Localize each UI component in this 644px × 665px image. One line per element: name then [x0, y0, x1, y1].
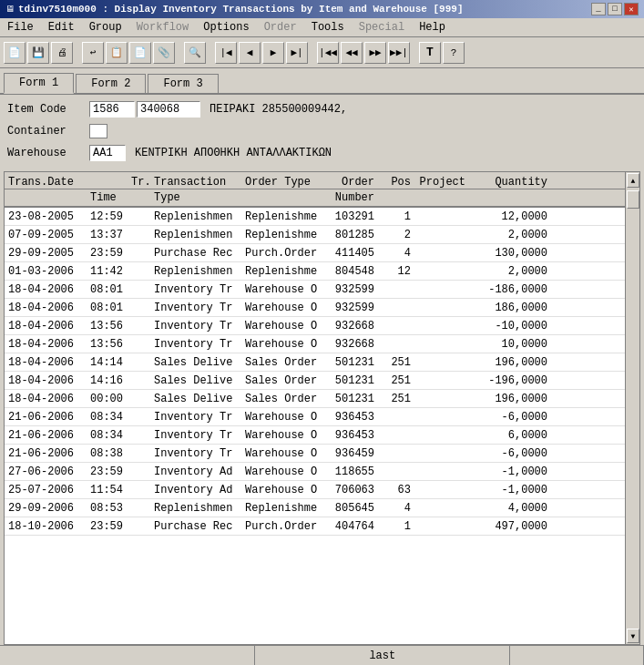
col-subheader-pos: [378, 191, 414, 204]
item-description: ΠΕΙΡΑΚΙ 285500009442,: [210, 103, 347, 116]
col-subheader-proj: [414, 191, 469, 204]
new-button[interactable]: 📄: [4, 42, 26, 64]
menu-special: Special: [355, 20, 408, 35]
search-button[interactable]: 🔍: [184, 42, 206, 64]
status-extra: [510, 646, 644, 665]
warehouse-label: Warehouse: [7, 147, 89, 159]
minimize-button[interactable]: _: [591, 3, 606, 15]
menu-options[interactable]: Options: [199, 20, 252, 35]
col-subheader-time: Time: [87, 191, 128, 204]
warehouse-input[interactable]: [89, 145, 126, 161]
tab-form1[interactable]: Form 1: [4, 73, 74, 94]
table-row[interactable]: 18-04-2006 14:16 Sales Delive Sales Orde…: [5, 372, 639, 390]
table-row[interactable]: 18-04-2006 08:01 Inventory Tr Warehouse …: [5, 281, 639, 299]
print-button[interactable]: 🖨: [51, 42, 73, 64]
item-code-label: Item Code: [7, 103, 89, 116]
warehouse-description: ΚΕΝΤΡΙΚΗ ΑΠΟΘΗΚΗ ΑΝΤΑΛΛΑΚΤΙΚΩΝ: [135, 147, 332, 159]
table-row[interactable]: 07-09-2005 13:37 Replenishmen Replenishm…: [5, 226, 639, 244]
table-row[interactable]: 21-06-2006 08:34 Inventory Tr Warehouse …: [5, 408, 639, 426]
menu-help[interactable]: Help: [415, 20, 449, 35]
table-row[interactable]: 27-06-2006 23:59 Inventory Ad Warehouse …: [5, 463, 639, 481]
col-header-pos: Pos: [378, 176, 414, 189]
nav-last-button[interactable]: ▶|: [286, 42, 308, 64]
col-subheader-date: [5, 191, 87, 204]
nav-next-button[interactable]: ▶: [262, 42, 284, 64]
attach-button[interactable]: 📎: [153, 42, 175, 64]
col-header-time: [87, 176, 128, 189]
title-bar: 🖥 tdinv7510m000 : Display Inventory Tran…: [0, 0, 644, 18]
table-row[interactable]: 23-08-2005 12:59 Replenishmen Replenishm…: [5, 208, 639, 226]
window: 🖥 tdinv7510m000 : Display Inventory Tran…: [0, 0, 644, 665]
nav-group-last-button[interactable]: ▶▶|: [388, 42, 410, 64]
scroll-up-arrow[interactable]: ▲: [627, 173, 639, 188]
table-row[interactable]: 01-03-2006 11:42 Replenishmen Replenishm…: [5, 262, 639, 281]
toolbar: 📄 💾 🖨 ↩ 📋 📄 📎 🔍 |◀ ◀ ▶ ▶| |◀◀ ◀◀ ▶▶ ▶▶| …: [0, 37, 644, 68]
col-subheader-num: Number: [323, 191, 378, 204]
title-text: tdinv7510m000 : Display Inventory Transa…: [18, 4, 463, 15]
nav-prev-button[interactable]: ◀: [239, 42, 261, 64]
paste-button[interactable]: 📄: [129, 42, 151, 64]
undo-button[interactable]: ↩: [82, 42, 104, 64]
grid-body: 23-08-2005 12:59 Replenishmen Replenishm…: [5, 208, 639, 536]
item-code-input1[interactable]: [89, 101, 135, 118]
item-code-input2[interactable]: [137, 101, 200, 118]
menu-order: Order: [261, 20, 301, 35]
table-row[interactable]: 18-04-2006 14:14 Sales Delive Sales Orde…: [5, 353, 639, 372]
help-button[interactable]: ?: [443, 42, 465, 64]
container-box: [89, 124, 107, 138]
table-row[interactable]: 29-09-2005 23:59 Purchase Rec Purch.Orde…: [5, 244, 639, 262]
col-subheader-ot: [241, 191, 323, 204]
menu-tools[interactable]: Tools: [308, 20, 348, 35]
nav-group-first-button[interactable]: |◀◀: [317, 42, 339, 64]
grid-header: Trans.Date Tr. Transaction Order Type Or…: [5, 172, 639, 189]
menu-group[interactable]: Group: [86, 20, 126, 35]
save-button[interactable]: 💾: [27, 42, 49, 64]
nav-group-next-button[interactable]: ▶▶: [364, 42, 386, 64]
copy-button[interactable]: 📋: [106, 42, 128, 64]
text-button[interactable]: T: [419, 42, 441, 64]
grid-scroll-area[interactable]: 23-08-2005 12:59 Replenishmen Replenishm…: [5, 208, 639, 641]
tab-form2[interactable]: Form 2: [76, 74, 146, 93]
table-row[interactable]: 18-04-2006 13:56 Inventory Tr Warehouse …: [5, 317, 639, 335]
col-header-order: Order: [323, 176, 378, 189]
menu-workflow: Workflow: [133, 20, 193, 35]
status-left: [0, 646, 255, 665]
grid-container: Trans.Date Tr. Transaction Order Type Or…: [4, 171, 640, 645]
col-subheader-qty: [469, 191, 551, 204]
table-row[interactable]: 29-09-2006 08:53 Replenishmen Replenishm…: [5, 499, 639, 517]
maximize-button[interactable]: □: [608, 3, 622, 15]
col-header-order-type: Order Type: [241, 176, 323, 189]
close-button[interactable]: ✕: [624, 3, 639, 15]
col-header-tr: Tr.: [128, 176, 150, 189]
scroll-down-arrow[interactable]: ▼: [627, 629, 639, 643]
col-header-date: Trans.Date: [5, 176, 87, 189]
container-label: Container: [7, 125, 89, 138]
tabs-bar: Form 1 Form 2 Form 3: [0, 68, 644, 95]
table-row[interactable]: 25-07-2006 11:54 Inventory Ad Warehouse …: [5, 481, 639, 499]
col-subheader-tr: [128, 191, 150, 204]
status-right: last: [255, 646, 510, 665]
table-row[interactable]: 18-04-2006 08:01 Inventory Tr Warehouse …: [5, 299, 639, 317]
grid-subheader: Time Type Number: [5, 189, 639, 208]
app-icon: 🖥: [5, 4, 15, 15]
table-row[interactable]: 18-10-2006 23:59 Purchase Rec Purch.Orde…: [5, 517, 639, 536]
table-row[interactable]: 21-06-2006 08:34 Inventory Tr Warehouse …: [5, 426, 639, 445]
menu-file[interactable]: File: [4, 20, 37, 35]
table-row[interactable]: 21-06-2006 08:38 Inventory Tr Warehouse …: [5, 445, 639, 463]
menu-edit[interactable]: Edit: [45, 20, 78, 35]
col-header-transaction: Transaction: [150, 176, 241, 189]
form-area: Item Code ΠΕΙΡΑΚΙ 285500009442, Containe…: [0, 95, 644, 171]
menu-bar: File Edit Group Workflow Options Order T…: [0, 18, 644, 37]
table-row[interactable]: 18-04-2006 13:56 Inventory Tr Warehouse …: [5, 335, 639, 353]
nav-first-button[interactable]: |◀: [215, 42, 237, 64]
col-header-project: Project: [414, 176, 469, 189]
nav-group-prev-button[interactable]: ◀◀: [341, 42, 363, 64]
vertical-scrollbar[interactable]: ▲ ▼: [625, 172, 639, 644]
status-bar: last: [0, 645, 644, 665]
scrollbar-thumb[interactable]: [627, 190, 639, 209]
tab-form3[interactable]: Form 3: [148, 74, 218, 93]
col-header-quantity: Quantity: [469, 176, 551, 189]
table-row[interactable]: 18-04-2006 00:00 Sales Delive Sales Orde…: [5, 390, 639, 408]
col-subheader-type: Type: [150, 191, 241, 204]
